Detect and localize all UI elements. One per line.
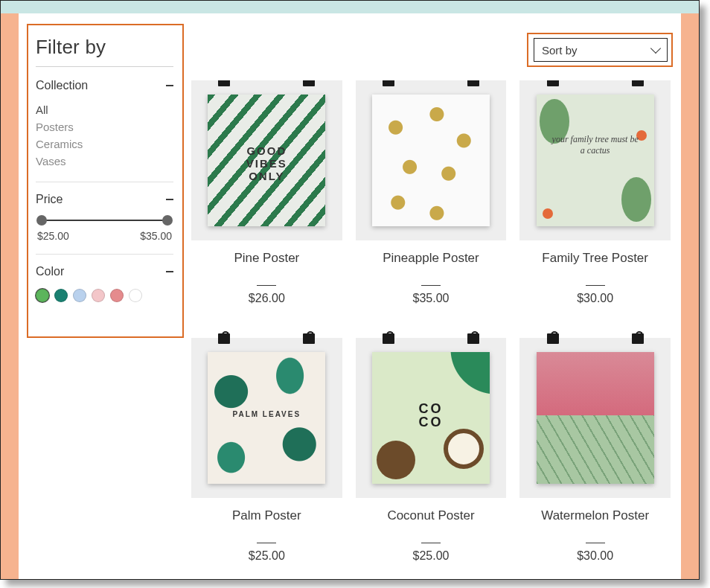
product-name: Family Tree Poster xyxy=(519,251,671,282)
minus-icon xyxy=(166,199,173,200)
divider xyxy=(586,285,605,286)
filter-section-price: Price $25.00 $35.00 xyxy=(36,193,173,242)
price-label: Price xyxy=(36,193,63,206)
slider-track xyxy=(42,220,167,221)
binder-clip-icon xyxy=(303,333,315,344)
product-name: Pine Poster xyxy=(191,251,342,282)
product-image: GOODVIBESONLY xyxy=(191,80,342,240)
product-name: Palm Poster xyxy=(191,508,342,540)
minus-icon xyxy=(166,271,173,272)
product-name: Pineapple Poster xyxy=(356,251,507,282)
color-swatch-1[interactable] xyxy=(54,289,68,302)
price-slider[interactable]: $25.00 $35.00 xyxy=(36,220,173,242)
collection-item-ceramics[interactable]: Ceramics xyxy=(36,135,173,153)
chevron-down-icon xyxy=(650,43,661,54)
product-card[interactable]: COCO Coconut Poster $25.00 xyxy=(356,338,507,579)
product-price: $30.00 xyxy=(519,292,671,305)
poster-artwork xyxy=(537,352,654,483)
sort-dropdown[interactable]: Sort by xyxy=(534,38,668,62)
collection-item-posters[interactable]: Posters xyxy=(36,118,173,135)
color-swatches xyxy=(36,289,173,302)
poster-artwork xyxy=(372,95,490,226)
decoration xyxy=(543,208,553,219)
top-accent-bar xyxy=(1,1,699,13)
binder-clip-icon xyxy=(218,333,230,344)
divider xyxy=(36,66,173,67)
poster-text: PALM LEAVES xyxy=(208,410,325,418)
color-swatch-4[interactable] xyxy=(110,289,124,302)
product-image: your family tree must be a cactus xyxy=(519,80,671,240)
poster-text: COCO xyxy=(372,402,490,429)
product-image: COCO xyxy=(356,338,507,498)
left-accent-bar xyxy=(1,13,19,579)
slider-labels: $25.00 $35.00 xyxy=(36,230,173,242)
color-label: Color xyxy=(36,265,64,278)
poster-artwork: your family tree must be a cactus xyxy=(537,95,654,226)
divider xyxy=(36,182,173,182)
binder-clip-icon xyxy=(383,333,394,344)
filter-section-color: Color xyxy=(36,265,173,302)
product-card[interactable]: GOODVIBESONLY Pine Poster $26.00 xyxy=(191,80,342,322)
product-price: $25.00 xyxy=(356,549,507,563)
color-swatch-5[interactable] xyxy=(129,289,142,302)
price-min: $25.00 xyxy=(37,230,69,242)
slider-handle-max[interactable] xyxy=(162,215,173,226)
filter-section-collection: Collection All Posters Ceramics Vases xyxy=(36,79,173,170)
filter-title: Filter by xyxy=(36,36,173,59)
collection-toggle[interactable]: Collection xyxy=(36,79,173,92)
binder-clip-icon xyxy=(218,80,230,86)
binder-clip-icon xyxy=(632,333,644,344)
product-price: $30.00 xyxy=(519,549,671,563)
product-price: $35.00 xyxy=(356,292,507,305)
product-card[interactable]: Pineapple Poster $35.00 xyxy=(356,80,507,322)
decoration xyxy=(537,415,654,484)
binder-clip-icon xyxy=(383,80,394,86)
divider xyxy=(257,285,276,286)
binder-clip-icon xyxy=(303,80,315,86)
divider xyxy=(586,543,605,543)
binder-clip-icon xyxy=(632,80,644,86)
divider xyxy=(257,543,276,543)
color-toggle[interactable]: Color xyxy=(36,265,173,278)
collection-item-all[interactable]: All xyxy=(36,101,173,118)
poster-text: GOODVIBESONLY xyxy=(208,144,325,182)
collection-item-vases[interactable]: Vases xyxy=(36,153,173,170)
poster-artwork: GOODVIBESONLY xyxy=(208,95,325,226)
binder-clip-icon xyxy=(467,80,479,86)
price-max: $35.00 xyxy=(140,230,172,242)
minus-icon xyxy=(166,85,173,86)
product-name: Watermelon Poster xyxy=(519,508,671,540)
content-area: Filter by Collection All Posters Ceramic… xyxy=(19,13,681,579)
poster-artwork: COCO xyxy=(372,352,490,483)
product-image: PALM LEAVES xyxy=(191,338,342,498)
product-price: $25.00 xyxy=(191,549,342,563)
filter-panel: Filter by Collection All Posters Ceramic… xyxy=(28,25,181,320)
product-price: $26.00 xyxy=(191,292,342,305)
product-card[interactable]: Watermelon Poster $30.00 xyxy=(519,338,671,579)
divider xyxy=(421,543,441,543)
binder-clip-icon xyxy=(547,80,559,86)
divider xyxy=(421,285,441,286)
price-toggle[interactable]: Price xyxy=(36,193,173,206)
color-swatch-3[interactable] xyxy=(92,289,105,302)
product-image xyxy=(519,338,671,498)
product-grid: GOODVIBESONLY Pine Poster $26.00 xyxy=(191,80,671,579)
product-card[interactable]: your family tree must be a cactus Family… xyxy=(519,80,671,322)
color-swatch-2[interactable] xyxy=(73,289,86,302)
poster-artwork: PALM LEAVES xyxy=(208,352,325,483)
poster-text: your family tree must be a cactus xyxy=(551,134,640,156)
product-name: Coconut Poster xyxy=(356,508,507,540)
binder-clip-icon xyxy=(467,333,479,344)
binder-clip-icon xyxy=(547,333,559,344)
collection-items: All Posters Ceramics Vases xyxy=(36,101,173,170)
slider-handle-min[interactable] xyxy=(36,215,47,226)
color-swatch-0[interactable] xyxy=(36,289,49,302)
product-card[interactable]: PALM LEAVES Palm Poster $25.00 xyxy=(191,338,342,579)
page: Filter by Collection All Posters Ceramic… xyxy=(0,0,700,580)
sort-label: Sort by xyxy=(542,44,578,57)
product-image xyxy=(356,80,507,240)
right-accent-bar xyxy=(681,13,699,579)
collection-label: Collection xyxy=(36,79,88,92)
decoration xyxy=(537,352,654,415)
divider xyxy=(36,254,173,255)
